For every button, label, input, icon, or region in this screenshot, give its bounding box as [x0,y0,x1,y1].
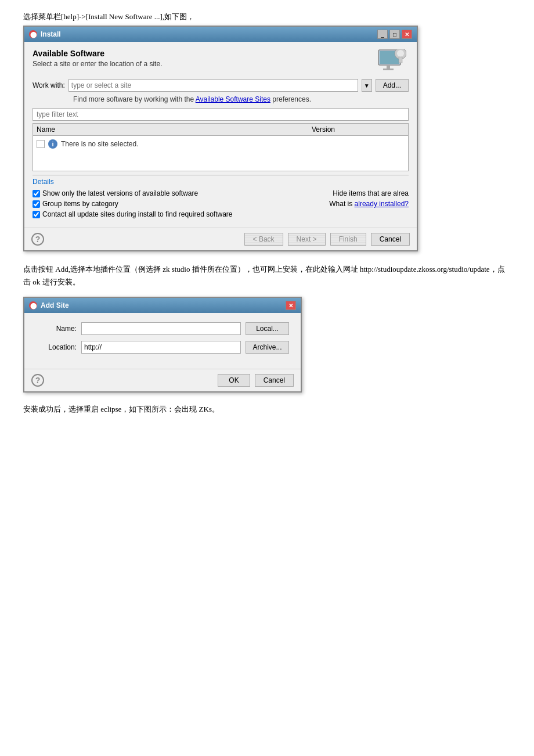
footer-buttons: < Back Next > Finish Cancel [244,233,410,246]
available-software-subtitle: Select a site or enter the location of a… [33,60,162,68]
name-label: Name: [36,325,77,333]
location-label: Location: [36,343,77,351]
name-field-row: Name: Local... [36,322,289,335]
add-site-help-icon[interactable]: ? [31,374,44,387]
software-table-header: Name Version [33,124,408,136]
work-with-input[interactable] [68,79,358,92]
filter-input[interactable] [33,108,409,121]
ok-button[interactable]: OK [218,374,250,387]
add-site-cancel-button[interactable]: Cancel [255,374,294,387]
add-site-dialog-icon: ⬤ [29,301,37,309]
available-software-info: Available Software Select a site or ente… [33,49,162,68]
options-row-1: Show only the latest versions of availab… [33,189,409,197]
svg-rect-2 [387,65,390,69]
add-site-dialog-title: Add Site [41,301,69,309]
hide-installed-text: Hide items that are alrea [333,189,409,197]
final-text: 安装成功后，选择重启 eclipse，如下图所示：会出现 ZKs。 [23,404,511,415]
add-site-titlebar-left: ⬤ Add Site [29,301,69,309]
add-site-close-button[interactable]: ✕ [286,301,296,310]
software-table: Name Version i There is no site selected… [33,123,409,171]
paragraph-text: 点击按钮 Add,选择本地插件位置（例选择 zk studio 插件所在位置），… [23,263,511,289]
computer-icon [376,49,406,74]
show-latest-text: Show only the latest versions of availab… [42,189,198,197]
group-by-category-label[interactable]: Group items by category [33,200,118,208]
options-row-2: Group items by category What is already … [33,200,409,208]
group-by-category-text: Group items by category [42,200,118,208]
location-input[interactable] [81,341,241,354]
work-with-row: Work with: ▼ Add... [33,79,409,92]
show-latest-checkbox[interactable] [33,190,40,197]
available-software-sites-link[interactable]: Available Software Sites [196,95,270,103]
close-button[interactable]: ✕ [402,30,412,39]
cancel-button[interactable]: Cancel [371,233,410,246]
local-button[interactable]: Local... [246,322,289,335]
add-site-titlebar-controls: ✕ [286,301,296,310]
available-software-title: Available Software [33,49,162,58]
next-button[interactable]: Next > [288,233,326,246]
titlebar-controls: _ □ ✕ [377,30,412,39]
install-titlebar: ⬤ Install _ □ ✕ [24,27,417,42]
show-latest-label[interactable]: Show only the latest versions of availab… [33,189,198,197]
help-icon[interactable]: ? [31,233,44,246]
no-site-message: There is no site selected. [61,140,138,148]
svg-point-5 [397,50,404,57]
add-site-dialog: ⬤ Add Site ✕ Name: Local... Location: Ar… [23,297,302,393]
info-icon: i [48,139,57,149]
dropdown-arrow[interactable]: ▼ [362,79,372,92]
no-site-row: i There is no site selected. [37,139,405,149]
svg-rect-3 [383,69,394,70]
no-site-checkbox[interactable] [37,140,45,148]
install-dialog-title: Install [41,30,61,38]
software-table-body: i There is no site selected. [33,136,408,171]
finish-button[interactable]: Finish [330,233,366,246]
add-button[interactable]: Add... [376,79,409,92]
available-software-header: Available Software Select a site or ente… [33,49,409,74]
already-installed-link[interactable]: already installed? [355,200,409,208]
contact-all-checkbox[interactable] [33,211,40,218]
minimize-button[interactable]: _ [377,30,388,39]
contact-row: Contact all update sites during install … [33,210,409,218]
install-dialog-body: Available Software Select a site or ente… [24,42,417,228]
details-label: Details [33,178,409,186]
details-section: Details [33,175,409,186]
work-with-label: Work with: [33,81,65,89]
group-by-category-checkbox[interactable] [33,200,40,208]
archive-button[interactable]: Archive... [246,341,289,354]
maximize-button[interactable]: □ [389,30,400,39]
what-is-installed: What is already installed? [329,200,409,208]
install-dialog-footer: ? < Back Next > Finish Cancel [24,228,417,250]
install-dialog-icon: ⬤ [29,30,37,38]
add-site-footer: ? OK Cancel [24,369,301,391]
name-input[interactable] [81,322,241,335]
location-field-row: Location: Archive... [36,341,289,354]
intro-text: 选择菜单栏[help]->[Install New Software ...],… [23,12,511,22]
svg-rect-6 [399,57,402,63]
add-site-titlebar: ⬤ Add Site ✕ [24,298,301,313]
find-more-text: Find more software by working with the A… [73,95,409,103]
contact-all-text: Contact all update sites during install … [42,210,233,218]
col-version-header: Version [312,125,405,134]
add-site-body: Name: Local... Location: Archive... [24,313,301,369]
add-site-footer-buttons: OK Cancel [218,374,294,387]
titlebar-left: ⬤ Install [29,30,61,38]
install-dialog: ⬤ Install _ □ ✕ Available Software Selec… [23,26,418,251]
col-name-header: Name [37,125,312,134]
back-button[interactable]: < Back [244,233,283,246]
